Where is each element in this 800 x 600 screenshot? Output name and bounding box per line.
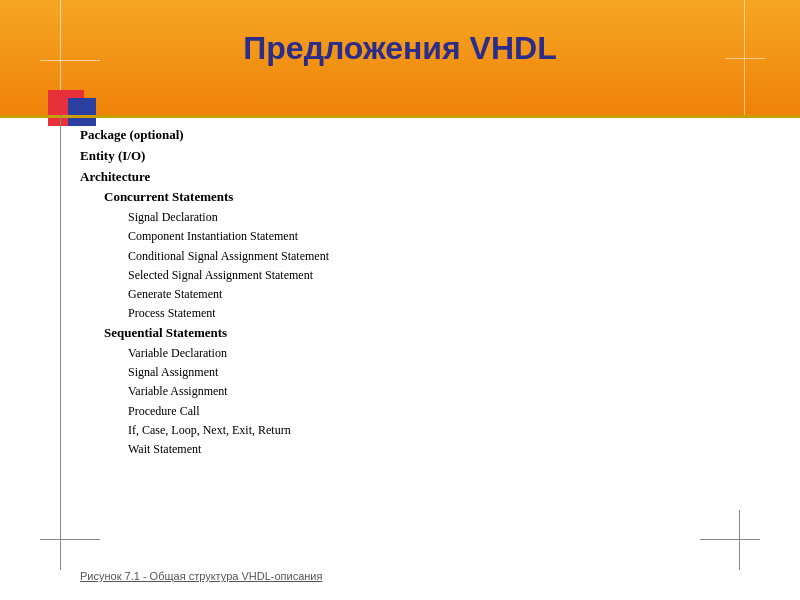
footer-label: Рисунок 7.1 - Общая структура VHDL-описа…: [80, 570, 322, 582]
list-item: Wait Statement: [80, 440, 329, 459]
separator-line: [0, 115, 800, 118]
list-item: Procedure Call: [80, 402, 329, 421]
list-item: Signal Assignment: [80, 363, 329, 382]
list-item: Component Instantiation Statement: [80, 227, 329, 246]
list-item: Variable Declaration: [80, 344, 329, 363]
list-item: Selected Signal Assignment Statement: [80, 266, 329, 285]
list-item: Signal Declaration: [80, 208, 329, 227]
list-item: Concurrent Statements: [80, 187, 329, 208]
list-item: Conditional Signal Assignment Statement: [80, 247, 329, 266]
colored-blocks-decoration: [48, 90, 84, 126]
blue-block-icon: [68, 98, 96, 126]
list-item: Architecture: [80, 167, 329, 188]
list-item: Process Statement: [80, 304, 329, 323]
list-item: Generate Statement: [80, 285, 329, 304]
page-title: Предложения VHDL: [0, 0, 800, 67]
list-item: Entity (I/O): [80, 146, 329, 167]
content-area: Package (optional)Entity (I/O)Architectu…: [80, 125, 329, 459]
left-vertical-line: [60, 115, 61, 535]
list-item: Variable Assignment: [80, 382, 329, 401]
list-item: Package (optional): [80, 125, 329, 146]
header-hline-right: [725, 58, 765, 59]
list-item: If, Case, Loop, Next, Exit, Return: [80, 421, 329, 440]
list-item: Sequential Statements: [80, 323, 329, 344]
header: Предложения VHDL: [0, 0, 800, 115]
